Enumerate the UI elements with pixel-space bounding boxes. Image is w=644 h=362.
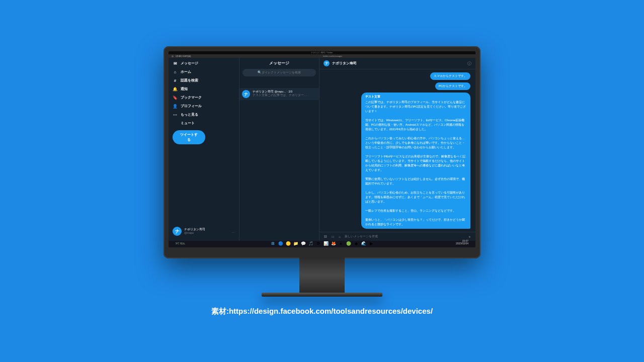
image-icon[interactable]: 🖼: [324, 235, 328, 238]
system-clock[interactable]: 15:072023/02/04: [456, 240, 468, 245]
nav-bookmarks[interactable]: 🔖ブックマーク: [173, 95, 235, 100]
nav-messages[interactable]: ✉メッセージ: [173, 61, 235, 66]
avatar-icon: ナ: [173, 227, 182, 236]
conversation-list: メッセージ 🔍 ダイレクトメッセージを検索 ナ ナポリタン寿司 @napo… ·…: [239, 58, 319, 241]
chrome-icon[interactable]: 🟡: [286, 241, 291, 246]
send-icon[interactable]: ➤: [467, 235, 471, 238]
conversation-item[interactable]: ナ ナポリタン寿司 @napo… · 2/3テスト文章この記事では、ナポリター…: [239, 88, 319, 100]
edge-icon[interactable]: 🔵: [278, 241, 283, 246]
avatar-icon: ナ: [242, 90, 250, 98]
settings-icon[interactable]: ⚙: [316, 241, 321, 246]
nav-mute[interactable]: ミュート: [173, 121, 235, 126]
url-bar[interactable]: 2月4日 15:07(未) twitter.com/messages: [169, 54, 475, 58]
avatar-icon: ナ: [324, 60, 330, 66]
info-icon[interactable]: ⓘ: [467, 61, 471, 66]
app-icon[interactable]: ▶: [369, 241, 374, 246]
stats-icon[interactable]: 📊: [324, 241, 329, 246]
start-icon[interactable]: ⊞: [271, 241, 276, 246]
nav-more[interactable]: ⋯もっと見る: [173, 112, 235, 117]
gif-icon[interactable]: ⊡: [331, 235, 335, 238]
sidebar: ✉メッセージ ⌂ホーム #話題を検索 🔔通知 🔖ブックマーク 👤プロフィール ⋯…: [169, 58, 239, 241]
taskbar[interactable]: ⊞ 🔵 🟡 📁 💬 🎵 ⚙ 📊 🦊 ● 🟢 ◆ 🌊 ▶: [169, 241, 475, 247]
music-icon[interactable]: 🎵: [308, 241, 313, 246]
message-composer[interactable]: 🖼 ⊡ ☺ 新しいメッセージを作成 ➤: [319, 232, 475, 241]
dm-search-input[interactable]: 🔍 ダイレクトメッセージを検索: [243, 69, 316, 76]
app-icon[interactable]: 🟢: [346, 241, 351, 246]
nav-explore[interactable]: #話題を検索: [173, 78, 235, 83]
app-icon[interactable]: 🌊: [361, 241, 366, 246]
weather-widget[interactable]: 9℃ 晴れ: [176, 242, 185, 245]
user-card[interactable]: ナ ナポリタン寿司@napo …: [173, 227, 235, 238]
app-icon[interactable]: ●: [339, 241, 344, 246]
msg-outgoing: スマホからテストです。: [430, 72, 470, 80]
chat-panel: ナ ナポリタン寿司 ⓘ スマホからテストです。 PCからテストです。 テスト文章…: [319, 58, 475, 241]
conv-title: メッセージ: [239, 58, 319, 67]
nav-profile[interactable]: 👤プロフィール: [173, 104, 235, 109]
msg-outgoing: PCからテストです。: [435, 82, 470, 90]
chat-header[interactable]: ナ ナポリタン寿司 ⓘ: [319, 58, 475, 69]
firefox-icon[interactable]: 🦊: [331, 241, 336, 246]
msg-outgoing-long: テスト文章この記事では、ナポリタン寿司のプロフィール、当サイトがどんな趣旨につい…: [361, 93, 471, 229]
chat-icon[interactable]: 💬: [301, 241, 306, 246]
tweet-button[interactable]: ツイートする: [173, 130, 205, 144]
credit-text: 素材:https://design.facebook.com/toolsandr…: [211, 307, 433, 316]
explorer-icon[interactable]: 📁: [293, 241, 298, 246]
nav-home[interactable]: ⌂ホーム: [173, 69, 235, 74]
nav-notifications[interactable]: 🔔通知: [173, 86, 235, 92]
emoji-icon[interactable]: ☺: [338, 235, 342, 238]
window-title: ナポリタン寿司 / Twitter: [169, 51, 475, 55]
vscode-icon[interactable]: ◆: [354, 241, 359, 246]
